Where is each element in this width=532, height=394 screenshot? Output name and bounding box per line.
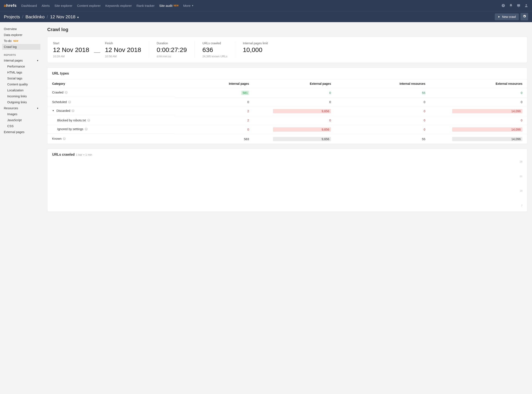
sidebar-item-crawl-log[interactable]: Crawl log (2, 44, 41, 50)
table-cell: 2 (174, 106, 254, 116)
sidebar-item-data-explorer[interactable]: Data explorer (0, 32, 43, 38)
finish-label: Finish (105, 41, 141, 45)
sidebar-heading-reports: REPORTS (0, 50, 43, 57)
help-icon[interactable]: ? (65, 91, 68, 94)
sidebar-item[interactable]: HTML tags (0, 69, 43, 75)
help-icon[interactable]: ? (68, 100, 71, 104)
sidebar-group-resources[interactable]: Resources▼ (0, 105, 43, 111)
table-header: Internal resources (336, 79, 430, 88)
sidebar-item[interactable]: Social tags (0, 75, 43, 81)
help-icon[interactable]: ? (87, 119, 90, 122)
sidebar-item[interactable]: Localization (0, 87, 43, 93)
table-cell: 2 (174, 116, 254, 125)
help-icon[interactable]: ? (63, 137, 66, 140)
user-icon[interactable] (524, 4, 528, 7)
table-cell: 0 (174, 125, 254, 134)
table-header: External resources (430, 79, 527, 88)
limit-value: 10,000 (243, 46, 268, 53)
sidebar-item[interactable]: Outgoing links (0, 99, 43, 105)
breadcrumb-projects[interactable]: Projects (4, 14, 20, 19)
table-cell: 9,656 (254, 134, 336, 144)
urls-sub: 24,385 known URLs (202, 55, 227, 58)
topnav-item[interactable]: Dashboard (21, 4, 37, 7)
table-header: External pages (254, 79, 336, 88)
sidebar-item-todo[interactable]: To-do NEW (0, 38, 43, 44)
table-cell: 0 (336, 106, 430, 116)
breadcrumb-project[interactable]: Backlinko (25, 14, 45, 19)
help-icon[interactable]: ? (501, 4, 505, 7)
svg-text:?: ? (503, 4, 504, 7)
limit-label: Internal pages limit (243, 41, 268, 45)
topnav-item[interactable]: Site explorer (55, 4, 72, 7)
main: Crawl log Start 12 Nov 2018 10:28 AM — F… (43, 22, 532, 221)
sidebar-item[interactable]: Content quality (0, 81, 43, 87)
screen-icon[interactable] (517, 4, 521, 7)
page-title: Crawl log (47, 27, 527, 32)
topnav-item-more[interactable]: More ▼ (183, 4, 194, 7)
sidebar-item-overview[interactable]: Overview (0, 26, 43, 32)
table-row: ▼Discarded ?29,656014,096 (47, 106, 527, 116)
duration-label: Duration (157, 41, 187, 45)
y-tick: 21 (518, 175, 522, 178)
caret-down-icon: ▼ (37, 107, 39, 109)
table-cell: 0 (336, 116, 430, 125)
url-types-card: URL types CategoryInternal pagesExternal… (47, 67, 527, 144)
svg-rect-2 (517, 4, 520, 7)
row-label: Crawled ? (47, 88, 174, 97)
urls-label: URLs crawled (202, 41, 227, 45)
topnav: DashboardAlertsSite explorerContent expl… (21, 4, 501, 7)
topnav-item[interactable]: Rank tracker (137, 4, 154, 7)
topnav-item[interactable]: Alerts (41, 4, 50, 7)
topnav-item[interactable]: Keywords explorer (105, 4, 132, 7)
help-icon[interactable]: ? (85, 128, 88, 130)
table-cell: 55 (336, 88, 430, 98)
sidebar-item[interactable]: Images (0, 111, 43, 117)
svg-point-4 (526, 4, 527, 5)
y-tick: 14 (518, 190, 522, 192)
sidebar-item[interactable]: CSS (0, 123, 43, 129)
table-cell: 0 (430, 88, 527, 98)
sidebar-item-external-pages[interactable]: External pages (0, 129, 43, 135)
help-icon[interactable]: ? (71, 109, 75, 112)
table-header: Category (47, 79, 174, 88)
finish-sub: 10:56 AM (105, 55, 141, 58)
breadcrumb-date[interactable]: 12 Nov 2018 ▼ (50, 14, 79, 19)
chart-area: 2821147 (47, 160, 527, 212)
caret-down-icon: ▼ (37, 59, 39, 62)
svg-rect-3 (518, 7, 519, 7)
logo[interactable]: ahrefs (4, 3, 17, 8)
sidebar: Overview Data explorer To-do NEW Crawl l… (0, 22, 43, 221)
table-row: Blocked by robots.txt ?2000 (47, 116, 527, 125)
table-row: Crawled ?5810550 (47, 88, 527, 98)
topnav-item-site-audit[interactable]: Site audit NEW (159, 4, 178, 7)
row-label: Blocked by robots.txt ? (47, 116, 174, 125)
gear-icon (523, 15, 526, 18)
start-sub: 10:28 AM (53, 55, 89, 58)
table-cell: 0 (254, 98, 336, 106)
row-label: Ignored by settings ? (47, 125, 174, 134)
table-cell: 581 (174, 88, 254, 98)
chart-y-axis: 2821147 (516, 160, 522, 207)
urls-value: 636 (202, 46, 227, 53)
new-crawl-button[interactable]: New crawl (495, 13, 519, 20)
y-tick: 28 (518, 160, 522, 163)
topbar: ahrefs DashboardAlertsSite explorerConte… (0, 0, 532, 11)
sidebar-item[interactable]: Incoming links (0, 93, 43, 99)
caret-down-icon[interactable]: ▼ (52, 109, 54, 112)
settings-button[interactable] (521, 13, 528, 21)
sidebar-item[interactable]: JavaScript (0, 117, 43, 123)
sidebar-item[interactable]: Performance (0, 63, 43, 69)
subbar: Projects / Backlinko / 12 Nov 2018 ▼ New… (0, 11, 532, 22)
table-cell: 0 (430, 116, 527, 125)
table-cell: 0 (254, 116, 336, 125)
table-cell: 14,096 (430, 106, 527, 116)
sidebar-group-internal-pages[interactable]: Internal pages▼ (0, 57, 43, 63)
table-cell: 0 (254, 88, 336, 98)
table-cell: 9,656 (254, 125, 336, 134)
table-row: Ignored by settings ?09,656014,096 (47, 125, 527, 134)
topnav-item[interactable]: Content explorer (77, 4, 101, 7)
table-row: Known ?5839,6565514,096 (47, 134, 527, 144)
duration-value: 0:00:27:29 (157, 46, 187, 53)
bell-icon[interactable] (509, 4, 513, 7)
table-cell: 0 (174, 98, 254, 106)
